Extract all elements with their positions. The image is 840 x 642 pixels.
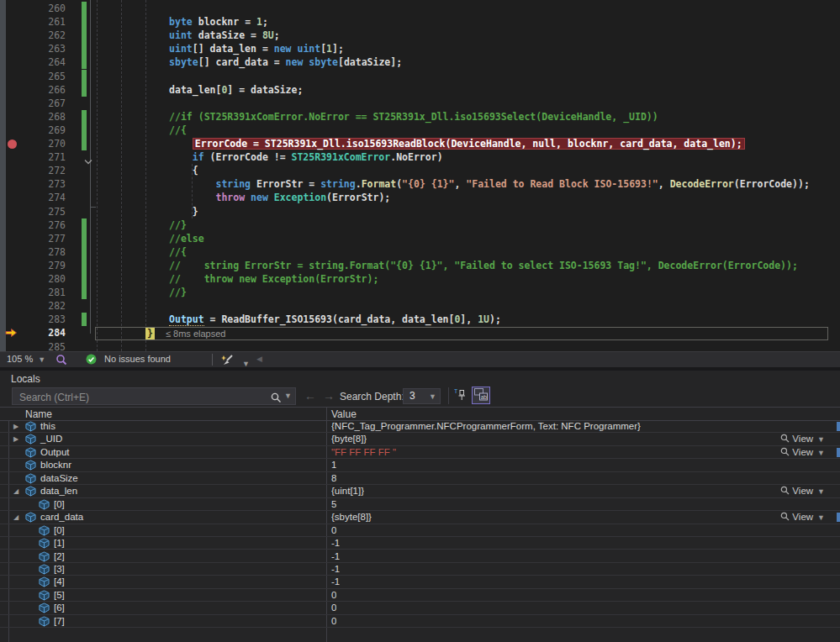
line-number: 282 <box>22 299 66 313</box>
search-forward-button[interactable]: → <box>323 389 335 403</box>
line-number: 268 <box>22 110 66 124</box>
variable-icon <box>25 460 36 472</box>
svg-text:T: T <box>454 388 458 394</box>
search-depth-value: 3 <box>409 390 415 402</box>
line-number: 270 <box>22 137 66 150</box>
chevron-down-icon[interactable]: ▼ <box>817 513 825 522</box>
variable-name: Output <box>40 446 70 459</box>
view-button[interactable]: View▼ <box>780 446 825 459</box>
locals-row[interactable]: blocknr1 <box>0 459 840 471</box>
code-cleanup-button[interactable]: ▼ <box>220 354 250 368</box>
code-line-263[interactable]: 263 uint[] data_len = new uint[1]; <box>0 42 840 55</box>
chevron-down-icon: ▼ <box>429 392 436 401</box>
code-line-283[interactable]: 283 Output = ReadBuffer_ISO15693(card_da… <box>0 313 840 326</box>
variable-value: 0 <box>331 589 336 602</box>
code-line-278[interactable]: 278 //{ <box>0 245 840 259</box>
health-indicator-icon[interactable] <box>55 354 68 368</box>
variable-name: dataSize <box>40 472 78 485</box>
line-number: 261 <box>22 15 66 29</box>
change-tracking-bar <box>82 83 87 97</box>
chevron-down-icon[interactable]: ▼ <box>817 449 825 457</box>
view-button[interactable]: View▼ <box>780 433 825 445</box>
code-line-268[interactable]: 268 //if (ST25R391xComError.NoError == S… <box>0 110 840 124</box>
code-line-273[interactable]: 273 string ErrorStr = string.Format("{0}… <box>0 177 840 191</box>
chevron-down-icon[interactable]: ▼ <box>817 487 825 496</box>
view-button[interactable]: View▼ <box>780 485 825 497</box>
expand-icon[interactable]: ▶ <box>13 423 18 430</box>
zoom-level-select[interactable]: 105 %▼ <box>7 354 45 364</box>
perf-tip[interactable]: ≤ 8ms elapsed <box>166 328 225 340</box>
code-line-276[interactable]: 276 //} <box>0 218 840 232</box>
code-line-267[interactable]: 267 <box>0 97 840 110</box>
code-line-264[interactable]: 264 sbyte[] card_data = new sbyte[dataSi… <box>0 55 840 69</box>
locals-row[interactable]: ▶this{NFC_Tag_Programmer.NFCProgrammerFo… <box>0 420 840 433</box>
variable-icon <box>39 525 50 538</box>
code-line-269[interactable]: 269 //{ <box>0 124 840 137</box>
chevron-down-icon[interactable]: ▼ <box>817 435 825 444</box>
variable-value: {byte[8]} <box>331 433 367 445</box>
column-value[interactable]: Value <box>331 408 357 420</box>
locals-row[interactable]: ◢card_data{sbyte[8]}View▼ <box>0 511 840 524</box>
code-line-275[interactable]: 275 } <box>0 205 840 218</box>
collapse-icon[interactable]: ◢ <box>13 513 18 521</box>
code-line-284[interactable]: 284}≤ 8ms elapsed <box>0 326 840 339</box>
code-line-281[interactable]: 281 //} <box>0 286 840 299</box>
code-line-277[interactable]: 277 //else <box>0 232 840 245</box>
code-text: string ErrorStr = string.Format("{0} {1}… <box>99 177 810 191</box>
issues-text: No issues found <box>104 354 171 364</box>
code-text: uint[] data_len = new uint[1]; <box>99 42 344 55</box>
line-number: 279 <box>22 259 66 272</box>
search-box[interactable]: ▼ <box>12 387 296 405</box>
locals-row[interactable]: [1]-1 <box>0 537 840 550</box>
locals-row[interactable]: [0]0 <box>0 524 840 537</box>
code-line-279[interactable]: 279 // string ErrorStr = string.Format("… <box>0 259 840 272</box>
code-line-266[interactable]: 266 data_len[0] = dataSize; <box>0 83 840 97</box>
code-line-261[interactable]: 261 byte blocknr = 1; <box>0 15 840 29</box>
code-text: // throw new Exception(ErrorStr); <box>99 272 378 286</box>
search-back-button[interactable]: ← <box>304 389 316 403</box>
chevron-down-icon[interactable]: ▼ <box>284 392 292 400</box>
code-analysis-status[interactable]: No issues found <box>86 354 171 366</box>
expand-icon[interactable]: ▶ <box>13 435 18 443</box>
code-line-265[interactable]: 265 <box>0 70 840 83</box>
variable-value: {sbyte[8]} <box>331 511 372 524</box>
locals-row[interactable]: [3]-1 <box>0 563 840 576</box>
locals-row[interactable]: [4]-1 <box>0 576 840 588</box>
locals-row[interactable]: ▶_UID{byte[8]}View▼ <box>0 433 840 445</box>
pin-to-source-button[interactable]: T <box>454 388 469 403</box>
locals-row[interactable]: [5]0 <box>0 589 840 602</box>
code-line-270[interactable]: 270 ErrorCode = ST25R391x_Dll.iso15693Re… <box>0 137 840 150</box>
view-button[interactable]: View▼ <box>780 511 825 524</box>
code-line-271[interactable]: 271 if (ErrorCode != ST25R391xComError.N… <box>0 150 840 164</box>
change-tracking-bar <box>82 2 87 15</box>
variable-name: data_len <box>40 485 77 497</box>
search-icon[interactable] <box>271 392 282 407</box>
locals-row[interactable]: dataSize8 <box>0 472 840 485</box>
code-line-260[interactable]: 260 <box>0 2 840 15</box>
code-line-285[interactable]: 285 <box>0 340 840 352</box>
line-number: 269 <box>22 124 66 137</box>
code-line-282[interactable]: 282 <box>0 299 840 313</box>
locals-row[interactable]: ◢data_len{uint[1]}View▼ <box>0 485 840 497</box>
change-tracking-bar <box>82 232 87 245</box>
locals-row[interactable]: [6]0 <box>0 602 840 614</box>
locals-row[interactable]: [0]5 <box>0 498 840 511</box>
show-text-visualizer-toggle[interactable]: ab <box>472 387 490 404</box>
code-editor[interactable]: 260261 byte blocknr = 1;262 uint dataSiz… <box>0 0 840 351</box>
collapse-icon[interactable]: ◢ <box>13 487 18 495</box>
code-line-262[interactable]: 262 uint dataSize = 8U; <box>0 29 840 42</box>
code-line-280[interactable]: 280 // throw new Exception(ErrorStr); <box>0 272 840 286</box>
search-input[interactable] <box>18 389 265 405</box>
breakpoint-icon[interactable] <box>8 139 17 149</box>
locals-row[interactable]: [7]0 <box>0 615 840 628</box>
column-name[interactable]: Name <box>25 408 52 420</box>
variable-icon <box>39 616 50 629</box>
search-depth-select[interactable]: 3 ▼ <box>403 388 441 404</box>
code-line-272[interactable]: 272 { <box>0 164 840 177</box>
locals-row[interactable]: Output"FF FF FF FF "View▼ <box>0 446 840 459</box>
hscroll-left-arrow[interactable]: ◀ <box>256 355 262 363</box>
code-text: //{ <box>99 245 187 259</box>
code-line-274[interactable]: 274 throw new Exception(ErrorStr); <box>0 191 840 204</box>
variable-name: [6] <box>54 602 65 614</box>
locals-row[interactable]: [2]-1 <box>0 550 840 563</box>
